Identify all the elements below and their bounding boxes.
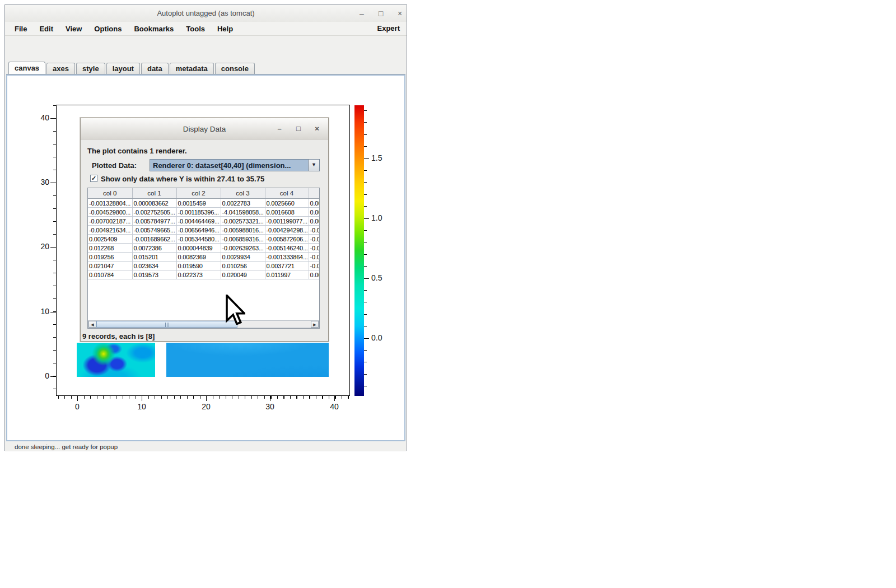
colorbar-tick-label: 1.0 xyxy=(371,213,390,222)
table-row[interactable]: 0.0210470.0236340.0195900.0102560.003772… xyxy=(88,262,319,270)
table-cell[interactable]: -0.005749665... xyxy=(132,226,176,235)
dialog-minimize-icon[interactable]: – xyxy=(273,123,286,135)
scrollbar-thumb[interactable] xyxy=(96,321,237,328)
table-cell[interactable]: -0.001333864... xyxy=(265,253,309,262)
table-cell[interactable]: 0.023634 xyxy=(132,262,176,270)
colorbar-tick-label: 1.5 xyxy=(371,153,390,162)
table-cell[interactable]: 0.019590 xyxy=(176,262,221,270)
table-cell[interactable]: 0.0025660 xyxy=(265,199,309,208)
plotted-data-combo[interactable]: Renderer 0: dataset[40,40] (dimension...… xyxy=(150,159,320,171)
table-cell[interactable]: -0.005784977... xyxy=(132,217,176,226)
table-row[interactable]: -0.001328804...0.0000836620.00154590.002… xyxy=(88,199,319,208)
y-axis-tick-mark xyxy=(50,376,56,377)
table-cell[interactable]: -0.002639263... xyxy=(221,244,265,253)
column-header[interactable] xyxy=(309,188,319,199)
table-cell[interactable]: -0.005988016... xyxy=(221,226,265,235)
table-cell[interactable]: -0.004529800... xyxy=(88,208,132,217)
table-cell[interactable]: 0.0029934 xyxy=(221,253,265,262)
data-table-scrollpane[interactable]: col 0col 1col 2col 3col 4 -0.001328804..… xyxy=(87,188,320,329)
table-cell[interactable]: -0.001328804... xyxy=(88,199,132,208)
table-cell[interactable]: 0.0016608 xyxy=(265,208,309,217)
table-cell[interactable]: 0.0022783 xyxy=(221,199,265,208)
table-cell[interactable]: 0.010256 xyxy=(221,262,265,270)
table-cell[interactable]: -0.004464469... xyxy=(176,217,221,226)
scroll-left-icon[interactable]: ◀ xyxy=(88,321,96,328)
colorbar-tick-label: 0.0 xyxy=(371,333,390,342)
table-cell[interactable]: 0.0072386 xyxy=(132,244,176,253)
column-header[interactable]: col 1 xyxy=(132,188,176,199)
table-cell[interactable]: 0.00 xyxy=(309,208,319,217)
table-cell[interactable]: 0.012268 xyxy=(88,244,132,253)
table-cell[interactable]: 0.00 xyxy=(309,217,319,226)
y-axis-tick-label: 40 xyxy=(31,113,49,122)
checkmark-icon: ✓ xyxy=(91,175,96,181)
table-cell[interactable]: 0.0082369 xyxy=(176,253,221,262)
table-cell[interactable]: -0.002752505... xyxy=(132,208,176,217)
dialog-titlebar[interactable]: Display Data – □ × xyxy=(81,118,328,139)
mouse-cursor-icon xyxy=(225,295,245,327)
table-row[interactable]: 0.0107840.0195730.0223730.0200490.011997… xyxy=(88,270,319,279)
table-cell[interactable]: 0.019573 xyxy=(132,270,176,279)
table-cell[interactable]: -0.006859316... xyxy=(221,235,265,244)
column-header[interactable]: col 4 xyxy=(265,188,309,199)
table-cell[interactable]: 0.00 xyxy=(309,199,319,208)
table-cell[interactable]: -0.004921634... xyxy=(88,226,132,235)
combo-dropdown-icon: ▼ xyxy=(308,160,319,171)
table-cell[interactable]: -0.005344580... xyxy=(176,235,221,244)
table-cell[interactable]: 0.0015459 xyxy=(176,199,221,208)
table-cell[interactable]: 0.000083662 xyxy=(132,199,176,208)
data-table: col 0col 1col 2col 3col 4 -0.001328804..… xyxy=(88,188,320,279)
table-cell[interactable]: 0.00 xyxy=(309,270,319,279)
dialog-close-icon[interactable]: × xyxy=(310,123,324,135)
table-cell[interactable]: 0.019256 xyxy=(88,253,132,262)
y-axis-tick-mark xyxy=(50,118,56,119)
table-row[interactable]: -0.004529800...-0.002752505...-0.0011853… xyxy=(88,208,319,217)
table-cell[interactable]: -0.0 xyxy=(309,262,319,270)
horizontal-scrollbar[interactable]: ◀ ▶ xyxy=(88,320,319,328)
heatmap-tile-right xyxy=(166,343,329,377)
table-cell[interactable]: 0.015201 xyxy=(132,253,176,262)
plotted-data-value: Renderer 0: dataset[40,40] (dimension... xyxy=(153,161,307,170)
table-row[interactable]: -0.004921634...-0.005749665...-0.0065649… xyxy=(88,226,319,235)
column-header[interactable]: col 3 xyxy=(221,188,265,199)
table-cell[interactable]: -0.0 xyxy=(309,253,319,262)
table-cell[interactable]: -0.0 xyxy=(309,226,319,235)
filter-checkbox[interactable]: ✓ xyxy=(90,175,97,182)
table-cell[interactable]: 0.022373 xyxy=(176,270,221,279)
table-cell[interactable]: 0.0025409 xyxy=(88,235,132,244)
table-row[interactable]: 0.0122680.00723860.000044839-0.002639263… xyxy=(88,244,319,253)
y-axis-minor-ticks xyxy=(53,105,56,396)
colorbar-tick-label: 0.5 xyxy=(371,273,390,282)
colorbar-minor-ticks xyxy=(364,110,367,393)
table-cell[interactable]: 0.011997 xyxy=(265,270,309,279)
table-cell[interactable]: -0.005872606... xyxy=(265,235,309,244)
table-cell[interactable]: -0.0 xyxy=(309,244,319,253)
scroll-right-icon[interactable]: ▶ xyxy=(311,321,319,328)
table-cell[interactable]: -0.001689662... xyxy=(132,235,176,244)
table-row[interactable]: 0.0025409-0.001689662...-0.005344580...-… xyxy=(88,235,319,244)
table-header-row: col 0col 1col 2col 3col 4 xyxy=(88,188,319,199)
column-header[interactable]: col 2 xyxy=(176,188,221,199)
colorbar[interactable] xyxy=(354,105,364,396)
table-cell[interactable]: 0.0037721 xyxy=(265,262,309,270)
table-cell[interactable]: -0.006564946... xyxy=(176,226,221,235)
x-axis-tick-label: 40 xyxy=(326,402,343,411)
table-row[interactable]: 0.0192560.0152010.00823690.0029934-0.001… xyxy=(88,253,319,262)
dialog-maximize-icon[interactable]: □ xyxy=(292,123,305,135)
table-cell[interactable]: -0.007002187... xyxy=(88,217,132,226)
colorbar-tick-mark xyxy=(364,278,369,279)
table-cell[interactable]: -0.002573321... xyxy=(221,217,265,226)
table-cell[interactable]: 0.000044839 xyxy=(176,244,221,253)
table-cell[interactable]: -0.001199077... xyxy=(265,217,309,226)
colorbar-tick-mark xyxy=(364,158,369,159)
table-cell[interactable]: -0.0 xyxy=(309,235,319,244)
table-cell[interactable]: -0.001185396... xyxy=(176,208,221,217)
table-cell[interactable]: -0.004294298... xyxy=(265,226,309,235)
table-cell[interactable]: 0.021047 xyxy=(88,262,132,270)
table-cell[interactable]: -4.041598058... xyxy=(221,208,265,217)
table-cell[interactable]: -0.005146240... xyxy=(265,244,309,253)
column-header[interactable]: col 0 xyxy=(88,188,132,199)
table-cell[interactable]: 0.020049 xyxy=(221,270,265,279)
table-cell[interactable]: 0.010784 xyxy=(88,270,132,279)
table-row[interactable]: -0.007002187...-0.005784977...-0.0044644… xyxy=(88,217,319,226)
